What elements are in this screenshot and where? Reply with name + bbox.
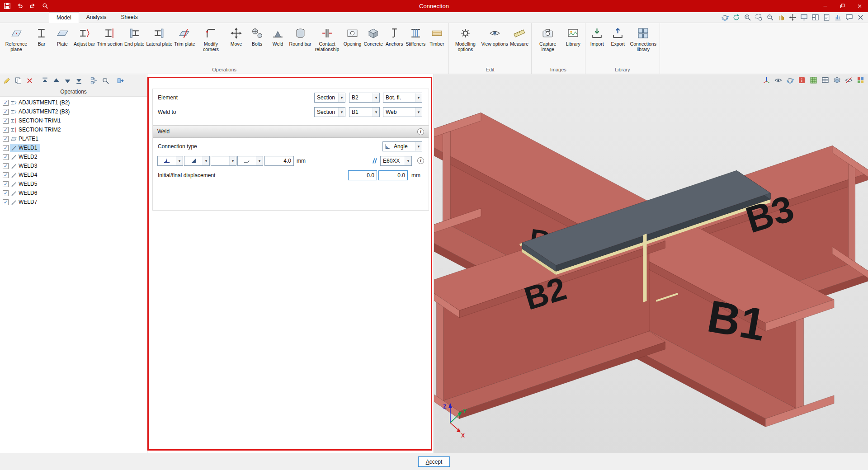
final-displacement-input[interactable]: 0.0	[378, 170, 408, 180]
ribbon-button-trim-section[interactable]: Trim section	[96, 24, 123, 47]
weld-to-part-dropdown[interactable]: Web ▾	[383, 107, 422, 117]
checkbox-weld3[interactable]: ✓	[3, 163, 9, 169]
ribbon-button-plate[interactable]: Plate	[52, 24, 73, 47]
tree-item-weld7[interactable]: ✓WELD7	[0, 197, 147, 207]
info-icon[interactable]: i	[417, 128, 424, 135]
zoom-out-icon[interactable]	[766, 14, 774, 21]
ribbon-button-weld[interactable]: Weld	[268, 24, 288, 47]
ribbon-button-reference-plane[interactable]: Reference plane	[1, 24, 31, 52]
ribbon-button-export[interactable]: Export	[608, 24, 628, 47]
checkbox-weld7[interactable]: ✓	[3, 199, 9, 205]
tree-item-weld3[interactable]: ✓WELD3	[0, 161, 147, 170]
checkbox-weld6[interactable]: ✓	[3, 190, 9, 196]
ribbon-button-trim-plate[interactable]: Trim plate	[173, 24, 196, 47]
search-icon[interactable]	[102, 77, 109, 85]
ribbon-button-timber[interactable]: Timber	[426, 24, 447, 47]
alerts-icon[interactable]	[798, 76, 806, 84]
refresh-view-icon[interactable]	[732, 14, 740, 21]
tree-item-weld5[interactable]: ✓WELD5	[0, 179, 147, 188]
ribbon-button-connections-library[interactable]: Connections library	[628, 24, 658, 52]
element-part-dropdown[interactable]: Bot. fl. ▾	[383, 93, 422, 103]
ribbon-button-view-options[interactable]: View options	[480, 24, 509, 47]
ribbon-button-adjust-bar[interactable]: Adjust bar	[73, 24, 96, 47]
tree-item-section-trim1[interactable]: ✓SECTION-TRIM1	[0, 116, 147, 125]
connection-type-dropdown[interactable]: Angle ▾	[382, 141, 422, 151]
ribbon-button-bolts[interactable]: Bolts	[247, 24, 268, 47]
split-view-icon[interactable]	[811, 14, 819, 21]
checkbox-adjustment1-b2[interactable]: ✓	[3, 100, 9, 106]
coordinate-system-icon[interactable]	[763, 76, 770, 84]
weld-type-dropdown-4[interactable]: ▾	[237, 156, 263, 166]
tree-item-adjustment2-b3[interactable]: ✓ADJUSTMENT2 (B3)	[0, 107, 147, 116]
ribbon-button-concrete[interactable]: Concrete	[363, 24, 384, 47]
edit-icon[interactable]	[3, 77, 11, 85]
tree-item-weld4[interactable]: ✓WELD4	[0, 170, 147, 179]
ribbon-button-round-bar[interactable]: Round bar	[288, 24, 312, 47]
ribbon-button-opening[interactable]: Opening	[342, 24, 363, 47]
tree-item-weld1[interactable]: ✓WELD1	[0, 143, 147, 152]
weld-to-type-dropdown[interactable]: Section ▾	[314, 107, 345, 117]
chart-icon[interactable]	[834, 14, 842, 21]
checkbox-adjustment2-b3[interactable]: ✓	[3, 109, 9, 115]
zoom-window-icon[interactable]	[755, 14, 763, 21]
ribbon-button-import[interactable]: Import	[587, 24, 608, 47]
ribbon-button-capture-image[interactable]: Capture image	[533, 24, 563, 52]
report-icon[interactable]	[823, 14, 830, 21]
checkbox-weld1[interactable]: ✓	[3, 145, 9, 151]
grid-icon[interactable]	[810, 76, 817, 84]
ribbon-button-contact-relationship[interactable]: Contact relationship	[312, 24, 342, 52]
ribbon-button-measure[interactable]: Measure	[509, 24, 530, 47]
close-button[interactable]	[851, 0, 868, 12]
initial-displacement-input[interactable]: 0.0	[348, 170, 377, 180]
screen-icon[interactable]	[800, 14, 808, 21]
delete-icon[interactable]	[26, 77, 33, 85]
tab-model[interactable]: Model	[49, 12, 79, 24]
ribbon-button-library[interactable]: Library	[563, 24, 584, 47]
checkbox-section-trim1[interactable]: ✓	[3, 118, 9, 124]
layers-icon[interactable]	[833, 76, 841, 84]
checkbox-weld5[interactable]: ✓	[3, 181, 9, 187]
ribbon-button-stiffeners[interactable]: Stiffeners	[405, 24, 426, 47]
move-up-icon[interactable]	[52, 77, 60, 85]
group-operations-icon[interactable]	[90, 77, 98, 85]
weld-size-input[interactable]: 4.0	[264, 156, 294, 166]
ribbon-button-modify-corners[interactable]: Modify corners	[196, 24, 226, 52]
viewport-3d[interactable]: B1	[434, 74, 868, 453]
checkbox-weld4[interactable]: ✓	[3, 172, 9, 178]
ribbon-button-end-plate[interactable]: End plate	[123, 24, 145, 47]
element-type-dropdown[interactable]: Section ▾	[314, 93, 345, 103]
ribbon-button-anchors[interactable]: Anchors	[384, 24, 405, 47]
weld-type-dropdown-1[interactable]: ▾	[157, 156, 183, 166]
ribbon-button-lateral-plate[interactable]: Lateral plate	[145, 24, 173, 47]
tree-item-weld6[interactable]: ✓WELD6	[0, 188, 147, 197]
viewport-3d-scene[interactable]: B1	[434, 74, 868, 453]
weld-type-dropdown-2[interactable]: ▾	[184, 156, 210, 166]
move-down-icon[interactable]	[64, 77, 71, 85]
duplicate-icon[interactable]	[14, 77, 22, 85]
close-panel-icon[interactable]	[857, 14, 864, 21]
tree-item-weld2[interactable]: ✓WELD2	[0, 152, 147, 161]
accept-button[interactable]: Accept	[418, 456, 450, 467]
restore-button[interactable]	[834, 0, 851, 12]
messages-icon[interactable]	[845, 14, 853, 21]
orbit-icon[interactable]	[786, 76, 794, 84]
copy-to-connected-icon[interactable]	[117, 77, 125, 85]
move-to-top-icon[interactable]	[41, 77, 49, 85]
zoom-in-icon[interactable]	[744, 14, 751, 21]
tab-sheets[interactable]: Sheets	[113, 12, 145, 24]
tab-analysis[interactable]: Analysis	[79, 12, 114, 24]
weld-to-member-dropdown[interactable]: B1 ▾	[349, 107, 380, 117]
move-to-bottom-icon[interactable]	[75, 77, 83, 85]
minimize-button[interactable]	[816, 0, 834, 12]
weld-type-dropdown-3[interactable]: ▾	[211, 156, 236, 166]
electrode-info-icon[interactable]: i	[417, 157, 424, 164]
ribbon-button-move[interactable]: Move	[226, 24, 247, 47]
ribbon-button-bar[interactable]: Bar	[31, 24, 52, 47]
palette-icon[interactable]	[857, 76, 864, 84]
pan-icon[interactable]	[778, 14, 785, 21]
fit-view-icon[interactable]	[789, 14, 797, 21]
tree-item-adjustment1-b2[interactable]: ✓ADJUSTMENT1 (B2)	[0, 98, 147, 107]
hide-elements-icon[interactable]	[845, 76, 853, 84]
ribbon-button-modelling-options[interactable]: Modelling options	[450, 24, 480, 52]
checkbox-weld2[interactable]: ✓	[3, 154, 9, 160]
